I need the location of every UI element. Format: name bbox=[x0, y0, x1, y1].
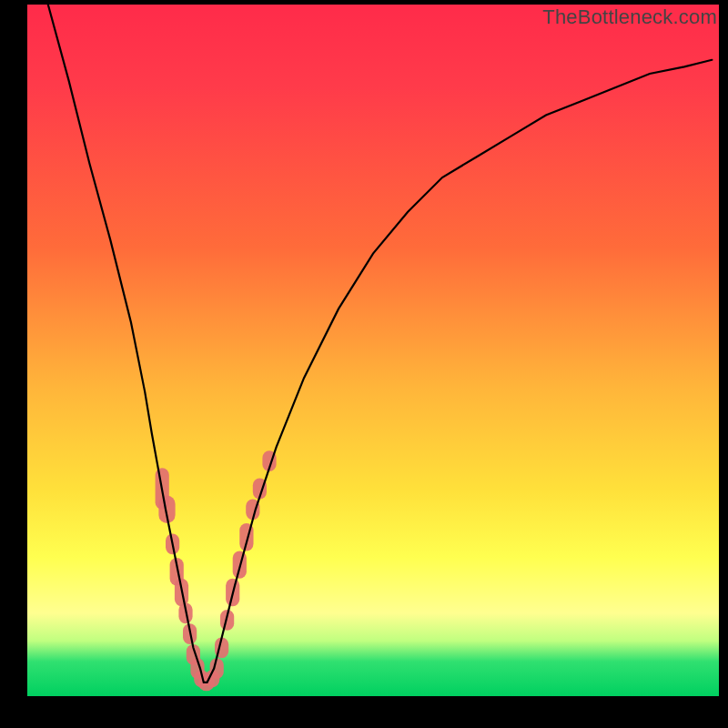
highlighted-points-group bbox=[156, 450, 277, 691]
chart-overlay bbox=[27, 5, 719, 696]
bottleneck-curve bbox=[48, 5, 713, 682]
watermark-text: TheBottleneck.com bbox=[542, 5, 717, 29]
